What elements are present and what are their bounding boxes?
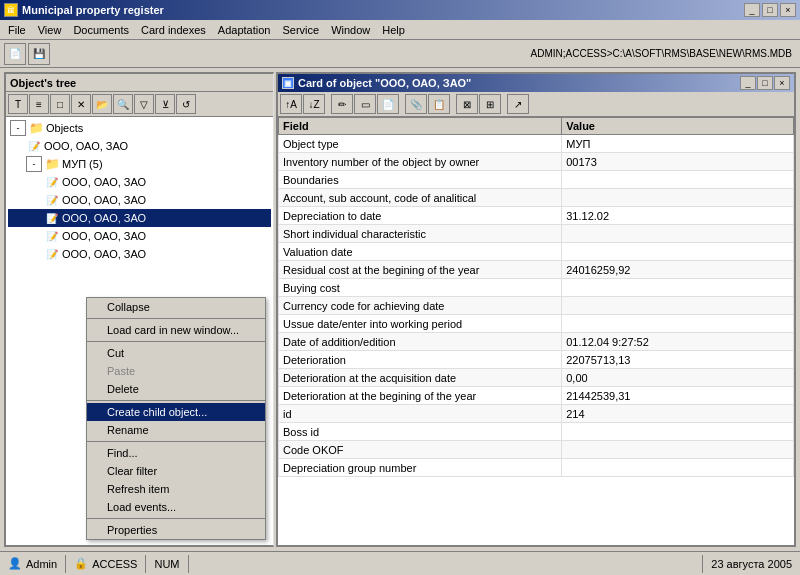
minimize-button[interactable]: _ <box>744 3 760 17</box>
paste2-button[interactable]: 📋 <box>428 94 450 114</box>
expand-mup[interactable]: - <box>26 156 42 172</box>
tree-node-mup5[interactable]: 📝 ООО, ОАО, ЗАО <box>8 245 271 263</box>
ctx-clear-filter[interactable]: Clear filter <box>87 462 265 480</box>
status-numlock: NUM <box>146 555 188 573</box>
cell-field: Date of addition/edition <box>279 333 562 351</box>
table-row[interactable]: Boundaries <box>279 171 794 189</box>
menu-adaptation[interactable]: Adaptation <box>212 22 277 38</box>
table-row[interactable]: id214 <box>279 405 794 423</box>
tree-card-button[interactable]: □ <box>50 94 70 114</box>
cell-value: 01.12.04 9:27:52 <box>562 333 794 351</box>
cell-value <box>562 315 794 333</box>
table-row[interactable]: Depreciation group number <box>279 459 794 477</box>
table-row[interactable]: Buying cost <box>279 279 794 297</box>
tree-find-button[interactable]: 🔍 <box>113 94 133 114</box>
status-date: 23 августа 2005 <box>702 555 800 573</box>
table-row[interactable]: Deterioration at the begining of the yea… <box>279 387 794 405</box>
table-row[interactable]: Valuation date <box>279 243 794 261</box>
tree-label-oao1: ООО, ОАО, ЗАО <box>44 140 128 152</box>
table-row[interactable]: Deterioration22075713,13 <box>279 351 794 369</box>
table-row[interactable]: Residual cost at the begining of the yea… <box>279 261 794 279</box>
cell-value <box>562 189 794 207</box>
app-title: Municipal property register <box>22 4 164 16</box>
user-icon: 👤 <box>8 557 22 570</box>
tree-node-mup2[interactable]: 📝 ООО, ОАО, ЗАО <box>8 191 271 209</box>
ctx-cut[interactable]: Cut <box>87 344 265 362</box>
sort-desc-button[interactable]: ↓Z <box>303 94 325 114</box>
ctx-properties[interactable]: Properties <box>87 521 265 539</box>
tree-node-mup1[interactable]: 📝 ООО, ОАО, ЗАО <box>8 173 271 191</box>
ctx-rename[interactable]: Rename <box>87 421 265 439</box>
tree-node-mup4[interactable]: 📝 ООО, ОАО, ЗАО <box>8 227 271 245</box>
card-title: Card of object "ООО, ОАО, ЗАО" <box>298 77 471 89</box>
menu-help[interactable]: Help <box>376 22 411 38</box>
table-row[interactable]: Boss id <box>279 423 794 441</box>
expand-objects[interactable]: - <box>10 120 26 136</box>
table-row[interactable]: Depreciation to date31.12.02 <box>279 207 794 225</box>
cell-value: 31.12.02 <box>562 207 794 225</box>
card-close-button[interactable]: × <box>774 76 790 90</box>
cell-value <box>562 441 794 459</box>
ctx-find[interactable]: Find... <box>87 444 265 462</box>
table-row[interactable]: Account, sub account, code of analitical <box>279 189 794 207</box>
tree-open-button[interactable]: 📂 <box>92 94 112 114</box>
close-button[interactable]: × <box>780 3 796 17</box>
cell-value <box>562 279 794 297</box>
cell-field: Object type <box>279 135 562 153</box>
tree-filter2-button[interactable]: ⊻ <box>155 94 175 114</box>
card2-button[interactable]: ▭ <box>354 94 376 114</box>
attach-button[interactable]: 📎 <box>405 94 427 114</box>
menu-service[interactable]: Service <box>276 22 325 38</box>
stop-button[interactable]: ⊠ <box>456 94 478 114</box>
menu-window[interactable]: Window <box>325 22 376 38</box>
ctx-refresh[interactable]: Refresh item <box>87 480 265 498</box>
cell-value: 00173 <box>562 153 794 171</box>
new-doc-button[interactable]: 📄 <box>4 43 26 65</box>
grid-button[interactable]: ⊞ <box>479 94 501 114</box>
status-db: 🔒 ACCESS <box>66 555 146 573</box>
table-row[interactable]: Deterioration at the acquisition date0,0… <box>279 369 794 387</box>
menu-view[interactable]: View <box>32 22 68 38</box>
export-button[interactable]: ↗ <box>507 94 529 114</box>
ctx-create-child[interactable]: Create child object... <box>87 403 265 421</box>
menu-card-indexes[interactable]: Card indexes <box>135 22 212 38</box>
cell-value <box>562 423 794 441</box>
tree-node-mup3[interactable]: 📝 ООО, ОАО, ЗАО <box>8 209 271 227</box>
tree-node-objects[interactable]: - 📁 Objects <box>8 119 271 137</box>
ctx-collapse[interactable]: Collapse <box>87 298 265 316</box>
doc-icon-mup4: 📝 <box>44 228 60 244</box>
db-path: ADMIN;ACCESS>C:\A\SOFT\RMS\BASE\NEW\RMS.… <box>531 48 796 59</box>
main-toolbar: 📄 💾 ADMIN;ACCESS>C:\A\SOFT\RMS\BASE\NEW\… <box>0 40 800 68</box>
table-row[interactable]: Object typeМУП <box>279 135 794 153</box>
save-button[interactable]: 💾 <box>28 43 50 65</box>
card-minimize-button[interactable]: _ <box>740 76 756 90</box>
sort-asc-button[interactable]: ↑A <box>280 94 302 114</box>
ctx-delete[interactable]: Delete <box>87 380 265 398</box>
tree-node-oao1[interactable]: 📝 ООО, ОАО, ЗАО <box>8 137 271 155</box>
table-row[interactable]: Date of addition/edition01.12.04 9:27:52 <box>279 333 794 351</box>
table-row[interactable]: Short individual characteristic <box>279 225 794 243</box>
doc2-button[interactable]: 📄 <box>377 94 399 114</box>
table-row[interactable]: Ussue date/enter into working period <box>279 315 794 333</box>
edit-button[interactable]: ✏ <box>331 94 353 114</box>
tree-list-button[interactable]: ≡ <box>29 94 49 114</box>
table-row[interactable]: Code OKOF <box>279 441 794 459</box>
maximize-button[interactable]: □ <box>762 3 778 17</box>
table-row[interactable]: Currency code for achieving date <box>279 297 794 315</box>
ctx-load-events[interactable]: Load events... <box>87 498 265 516</box>
tree-text-button[interactable]: T <box>8 94 28 114</box>
menu-file[interactable]: File <box>2 22 32 38</box>
card-maximize-button[interactable]: □ <box>757 76 773 90</box>
tree-delete-button[interactable]: ✕ <box>71 94 91 114</box>
tree-refresh-button[interactable]: ↺ <box>176 94 196 114</box>
tree-node-mup-group[interactable]: - 📁 МУП (5) <box>8 155 271 173</box>
cell-field: Buying cost <box>279 279 562 297</box>
ctx-load-card[interactable]: Load card in new window... <box>87 321 265 339</box>
folder-icon-mup: 📁 <box>44 156 60 172</box>
table-row[interactable]: Inventory number of the object by owner0… <box>279 153 794 171</box>
menu-documents[interactable]: Documents <box>67 22 135 38</box>
tree-filter-button[interactable]: ▽ <box>134 94 154 114</box>
tree-label-mup: МУП (5) <box>62 158 103 170</box>
ctx-sep2 <box>87 341 265 342</box>
cell-field: Residual cost at the begining of the yea… <box>279 261 562 279</box>
